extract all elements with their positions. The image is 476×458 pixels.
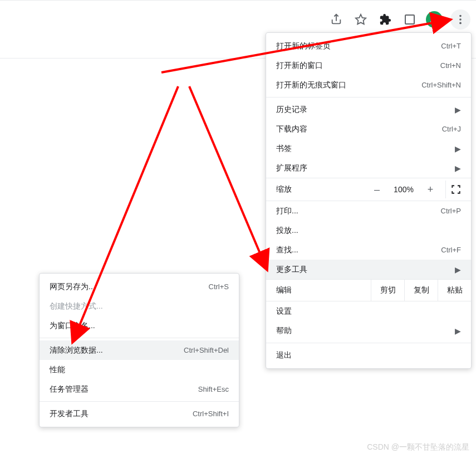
svg-line-6 (189, 86, 267, 270)
chevron-right-icon: ▶ (455, 327, 461, 335)
menu-bookmarks[interactable]: 书签 ▶ (266, 139, 471, 158)
submenu-task-manager[interactable]: 任务管理器 Shift+Esc (40, 379, 239, 399)
extensions-icon[interactable] (377, 11, 394, 28)
menu-shortcut: Ctrl+F (441, 246, 461, 254)
menu-separator (40, 338, 239, 338)
submenu-clear-browsing-data[interactable]: 清除浏览数据... Ctrl+Shift+Del (40, 340, 239, 360)
menu-label: 下载内容 (276, 124, 307, 134)
fullscreen-button[interactable] (445, 181, 465, 198)
menu-label: 书签 (276, 144, 292, 154)
kebab-menu-icon[interactable] (450, 9, 470, 30)
menu-new-window[interactable]: 打开新的窗口 Ctrl+N (266, 56, 471, 75)
avatar[interactable]: 思 (426, 11, 443, 28)
menu-label: 任务管理器 (50, 384, 89, 394)
zoom-controls: – 100% + (367, 181, 465, 198)
svg-point-3 (459, 18, 462, 21)
watermark: CSDN @一颗不甘坠落的流星 (367, 442, 469, 452)
menu-zoom-row: 缩放 – 100% + (266, 178, 471, 201)
menu-label: 清除浏览数据... (50, 345, 103, 355)
menu-label: 打开新的窗口 (276, 61, 323, 71)
zoom-in-button[interactable]: + (421, 181, 440, 198)
menu-label: 更多工具 (276, 265, 307, 275)
more-tools-submenu: 网页另存为... Ctrl+S 创建快捷方式... 为窗口命名... 清除浏览数… (39, 273, 239, 427)
menu-label: 性能 (50, 365, 65, 375)
submenu-create-shortcut: 创建快捷方式... (40, 296, 239, 316)
menu-label: 投放... (276, 226, 298, 236)
svg-marker-1 (356, 14, 366, 24)
menu-shortcut: Ctrl+Shift+Del (184, 346, 229, 354)
menu-shortcut: Ctrl+J (442, 125, 461, 133)
menu-label: 为窗口命名... (50, 321, 95, 331)
menu-label: 帮助 (276, 326, 292, 336)
menu-shortcut: Ctrl+N (440, 61, 461, 70)
menu-separator (266, 343, 471, 343)
edit-paste[interactable]: 粘贴 (438, 280, 471, 301)
menu-label: 打开新的无痕式窗口 (276, 80, 346, 90)
menu-help[interactable]: 帮助 ▶ (266, 321, 471, 340)
menu-label: 历史记录 (276, 105, 307, 115)
submenu-devtools[interactable]: 开发者工具 Ctrl+Shift+I (40, 404, 239, 423)
edit-label: 编辑 (266, 280, 302, 301)
menu-shortcut: Ctrl+Shift+N (421, 81, 461, 89)
menu-label: 查找... (276, 245, 298, 255)
menu-exit[interactable]: 退出 (266, 345, 471, 365)
submenu-save-as[interactable]: 网页另存为... Ctrl+S (40, 277, 239, 296)
menu-settings[interactable]: 设置 (266, 301, 471, 321)
chevron-right-icon: ▶ (455, 164, 461, 173)
submenu-name-window[interactable]: 为窗口命名... (40, 316, 239, 335)
menu-cast[interactable]: 投放... (266, 221, 471, 240)
menu-label: 网页另存为... (50, 282, 95, 292)
menu-label: 创建快捷方式... (50, 301, 103, 311)
menu-new-incognito[interactable]: 打开新的无痕式窗口 Ctrl+Shift+N (266, 75, 471, 95)
browser-toolbar: 思 (328, 8, 470, 31)
sidepanel-icon[interactable] (401, 11, 418, 28)
menu-label: 开发者工具 (50, 409, 89, 419)
menu-label: 退出 (276, 350, 292, 360)
chevron-right-icon: ▶ (455, 265, 461, 274)
zoom-label: 缩放 (276, 184, 292, 194)
menu-extensions[interactable]: 扩展程序 ▶ (266, 158, 471, 178)
menu-shortcut: Ctrl+Shift+I (193, 410, 229, 418)
menu-edit-row: 编辑 剪切 复制 粘贴 (266, 279, 471, 301)
menu-label: 打开新的标签页 (276, 41, 331, 51)
menu-shortcut: Ctrl+P (441, 207, 461, 215)
menu-new-tab[interactable]: 打开新的标签页 Ctrl+T (266, 36, 471, 56)
edit-copy[interactable]: 复制 (404, 280, 438, 301)
edit-cut[interactable]: 剪切 (371, 280, 404, 301)
menu-separator (40, 401, 239, 402)
menu-find[interactable]: 查找... Ctrl+F (266, 240, 471, 260)
svg-point-4 (459, 22, 462, 25)
chevron-right-icon: ▶ (455, 105, 461, 114)
menu-shortcut: Shift+Esc (198, 385, 229, 393)
menu-downloads[interactable]: 下载内容 Ctrl+J (266, 119, 471, 139)
menu-label: 打印... (276, 206, 298, 216)
menu-print[interactable]: 打印... Ctrl+P (266, 201, 471, 221)
share-icon[interactable] (328, 11, 345, 28)
svg-point-2 (459, 15, 462, 17)
menu-shortcut: Ctrl+T (441, 42, 461, 50)
avatar-text: 思 (430, 14, 438, 25)
menu-label: 扩展程序 (276, 163, 307, 173)
zoom-value: 100% (390, 185, 418, 194)
menu-separator (266, 97, 471, 98)
menu-shortcut: Ctrl+S (209, 282, 229, 291)
submenu-performance[interactable]: 性能 (40, 360, 239, 379)
menu-history[interactable]: 历史记录 ▶ (266, 100, 471, 119)
main-menu: 打开新的标签页 Ctrl+T 打开新的窗口 Ctrl+N 打开新的无痕式窗口 C… (266, 32, 472, 369)
star-icon[interactable] (352, 11, 369, 28)
menu-more-tools[interactable]: 更多工具 ▶ (266, 260, 471, 279)
chevron-right-icon: ▶ (455, 144, 461, 153)
menu-label: 设置 (276, 306, 292, 316)
zoom-out-button[interactable]: – (367, 181, 386, 198)
